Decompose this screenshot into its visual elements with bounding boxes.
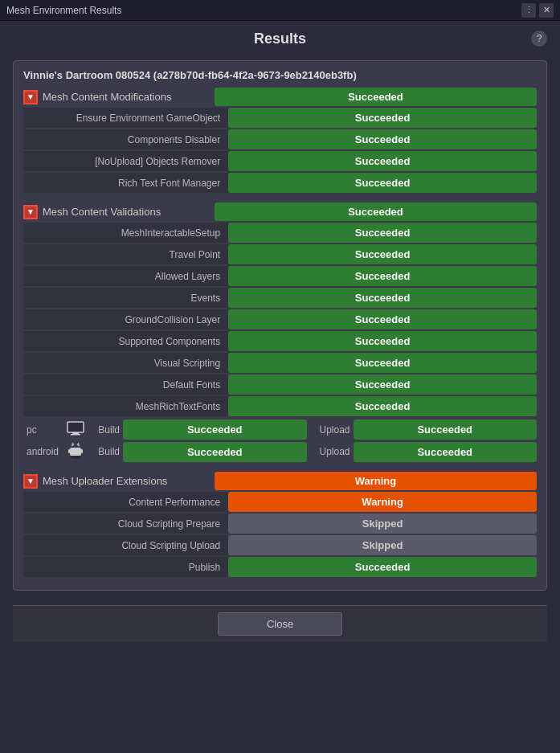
svg-point-5	[72, 444, 73, 446]
title-bar: Mesh Environment Results ⋮ ✕	[0, 0, 560, 21]
platform-build-status-pc: Succeeded	[123, 419, 307, 440]
row-mesh-rich-text-fonts: MeshRichTextFonts Succeeded	[23, 396, 537, 416]
results-title: Results	[13, 31, 547, 47]
svg-rect-1	[72, 432, 79, 434]
platform-upload-label-android: Upload	[310, 446, 350, 457]
platform-upload-label-pc: Upload	[310, 424, 350, 436]
svg-point-3	[71, 456, 80, 459]
row-mesh-interactable: MeshInteractableSetup Succeeded	[23, 223, 537, 243]
section-toggle-modifications[interactable]: ▼	[23, 90, 38, 104]
window-title: Mesh Environment Results	[6, 5, 121, 16]
section-label-modifications: Mesh Content Modifications	[43, 91, 215, 103]
row-travel-point: Travel Point Succeeded	[23, 244, 537, 264]
platform-upload-status-android: Succeeded	[354, 442, 538, 462]
row-publish: Publish Succeeded	[23, 557, 537, 577]
close-window-button[interactable]: ✕	[539, 3, 554, 18]
row-cloud-scripting-upload: Cloud Scripting Upload Skipped	[23, 535, 537, 555]
section-label-validations: Mesh Content Validations	[43, 206, 215, 218]
section-status-modifications: Succeeded	[215, 88, 537, 106]
platform-build-label-android: Build	[88, 446, 120, 457]
platform-icon-android	[63, 441, 88, 462]
row-cloud-scripting-prepare: Cloud Scripting Prepare Skipped	[23, 514, 537, 534]
section-status-extensions: Warning	[215, 472, 537, 490]
row-visual-scripting: Visual Scripting Succeeded	[23, 353, 537, 373]
platform-icon-pc	[63, 421, 88, 439]
platform-row-pc: pc Build Succeeded Upload Succeeded	[23, 419, 537, 440]
row-groundcollision: GroundCollision Layer Succeeded	[23, 309, 537, 329]
row-components-disabler: Components Disabler Succeeded	[23, 129, 537, 149]
close-button[interactable]: Close	[218, 612, 342, 636]
row-noupload-remover: [NoUpload] Objects Remover Succeeded	[23, 151, 537, 171]
row-label-noupload-remover: [NoUpload] Objects Remover	[23, 151, 228, 171]
svg-rect-4	[70, 448, 81, 456]
row-status-rich-text-font: Succeeded	[228, 173, 537, 193]
section-mesh-uploader-extensions: ▼ Mesh Uploader Extensions Warning Conte…	[23, 472, 537, 577]
section-toggle-extensions[interactable]: ▼	[23, 474, 38, 489]
section-toggle-validations[interactable]: ▼	[23, 205, 38, 219]
row-ensure-environment: Ensure Environment GameObject Succeeded	[23, 108, 537, 128]
platform-build-status-android: Succeeded	[123, 442, 307, 462]
svg-rect-2	[71, 434, 80, 436]
svg-rect-0	[67, 422, 84, 432]
svg-rect-9	[68, 449, 70, 453]
row-label-rich-text-font: Rich Text Font Manager	[23, 173, 228, 193]
environment-title: Vinnie's Dartroom 080524 (a278b70d-fb64-…	[23, 69, 537, 81]
platform-row-android: android Build	[23, 441, 537, 462]
row-status-components-disabler: Succeeded	[228, 129, 537, 149]
more-button[interactable]: ⋮	[521, 3, 536, 18]
platform-label-pc: pc	[23, 424, 63, 436]
svg-rect-10	[81, 449, 83, 453]
section-status-validations: Succeeded	[215, 203, 537, 221]
close-bar: Close	[13, 605, 547, 642]
platform-label-android: android	[23, 446, 63, 457]
validations-rows: MeshInteractableSetup Succeeded Travel P…	[23, 223, 537, 416]
modifications-rows: Ensure Environment GameObject Succeeded …	[23, 108, 537, 193]
row-status-noupload-remover: Succeeded	[228, 151, 537, 171]
platform-build-label-pc: Build	[88, 424, 120, 436]
environment-box: Vinnie's Dartroom 080524 (a278b70d-fb64-…	[13, 60, 547, 591]
extensions-rows: Content Performance Warning Cloud Script…	[23, 492, 537, 577]
row-label-ensure-environment: Ensure Environment GameObject	[23, 108, 228, 128]
row-rich-text-font: Rich Text Font Manager Succeeded	[23, 173, 537, 193]
section-label-extensions: Mesh Uploader Extensions	[43, 475, 215, 487]
row-allowed-layers: Allowed Layers Succeeded	[23, 266, 537, 286]
row-status-ensure-environment: Succeeded	[228, 108, 537, 128]
row-content-performance: Content Performance Warning	[23, 492, 537, 512]
svg-point-6	[78, 444, 80, 446]
platform-rows: pc Build Succeeded Upload Succeeded and	[23, 419, 537, 462]
row-label-components-disabler: Components Disabler	[23, 129, 228, 149]
row-events: Events Succeeded	[23, 288, 537, 308]
section-mesh-content-modifications: ▼ Mesh Content Modifications Succeeded E…	[23, 88, 537, 193]
section-mesh-content-validations: ▼ Mesh Content Validations Succeeded Mes…	[23, 203, 537, 462]
help-icon[interactable]: ?	[531, 31, 547, 47]
platform-upload-status-pc: Succeeded	[354, 419, 538, 440]
row-default-fonts: Default Fonts Succeeded	[23, 374, 537, 395]
row-supported-components: Supported Components Succeeded	[23, 331, 537, 351]
